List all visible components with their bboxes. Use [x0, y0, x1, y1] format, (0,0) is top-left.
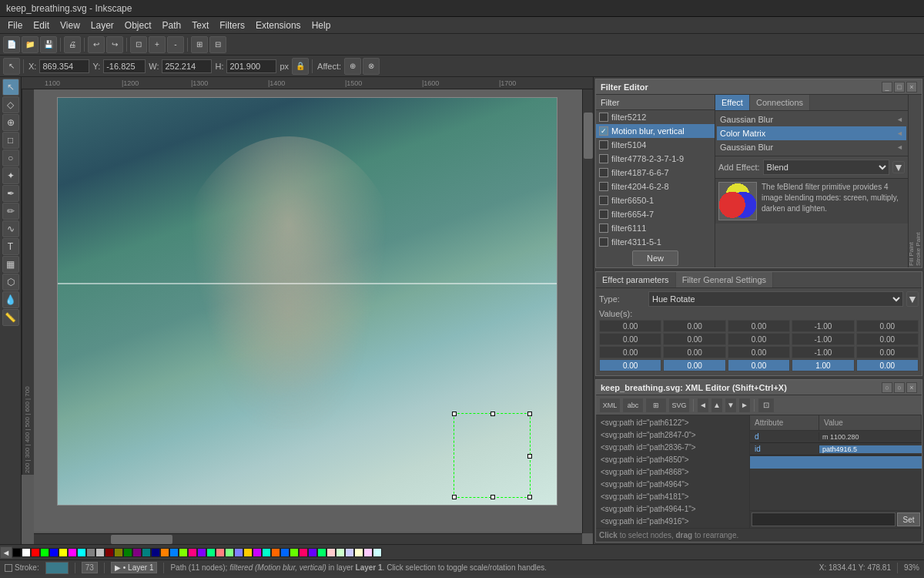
filter-editor-maximize[interactable]: □ — [894, 82, 905, 92]
effect-item-2[interactable]: Gaussian Blur ◄ — [717, 140, 906, 154]
new-filter-button[interactable]: New — [632, 250, 678, 266]
measure-tool[interactable]: 📏 — [2, 309, 19, 326]
text-tool[interactable]: T — [2, 238, 19, 255]
xml-nav-parent[interactable]: ▲ — [711, 398, 723, 413]
palette-swatch[interactable] — [308, 548, 317, 557]
save-btn[interactable]: 💾 — [40, 36, 57, 53]
canvas-hscroll[interactable] — [34, 533, 582, 544]
filter-check-4[interactable] — [599, 168, 608, 177]
filter-check-3[interactable] — [599, 154, 608, 163]
effect-item-0[interactable]: Gaussian Blur ◄ — [717, 113, 906, 126]
filter-item-8[interactable]: filter6111 — [596, 221, 715, 235]
handle-tr[interactable] — [527, 412, 532, 416]
xml-new-text[interactable]: abc — [622, 398, 644, 413]
palette-swatch[interactable] — [22, 548, 31, 557]
palette-swatch[interactable] — [151, 548, 160, 557]
menu-view[interactable]: View — [55, 18, 85, 32]
filter-item-1[interactable]: Motion blur, vertical — [596, 124, 715, 138]
add-effect-select[interactable]: Blend Color Matrix Gaussian Blur Composi… — [763, 160, 889, 175]
xml-new-node[interactable]: XML — [599, 398, 621, 413]
y-input[interactable] — [103, 59, 146, 73]
xml-tree[interactable]: <svg:path id="path6122"> <svg:path id="p… — [596, 415, 750, 528]
group-btn[interactable]: ⊞ — [191, 36, 208, 53]
palette-swatch[interactable] — [354, 548, 363, 557]
palette-swatch[interactable] — [253, 548, 262, 557]
palette-swatch[interactable] — [179, 548, 188, 557]
filter-check-6[interactable] — [599, 196, 608, 205]
filter-item-0[interactable]: filter5212 — [596, 110, 715, 124]
filter-check-1[interactable] — [599, 126, 608, 136]
handle-bl[interactable] — [452, 495, 457, 499]
tab-effect[interactable]: Effect — [715, 95, 750, 110]
palette-swatch[interactable] — [234, 548, 243, 557]
palette-swatch[interactable] — [299, 548, 308, 557]
palette-swatch[interactable] — [68, 548, 77, 557]
lock-aspect-btn[interactable]: 🔒 — [292, 58, 309, 75]
palette-swatch[interactable] — [142, 548, 151, 557]
xml-node-5[interactable]: <svg:path id="path4964"> — [598, 479, 748, 491]
handle-mr[interactable] — [527, 454, 532, 459]
xml-node-7[interactable]: <svg:path id="path4964-1"> — [598, 503, 748, 516]
callig-tool[interactable]: ∿ — [2, 220, 19, 237]
handle-br[interactable] — [527, 495, 532, 499]
filter-item-7[interactable]: filter6654-7 — [596, 207, 715, 221]
type-select[interactable]: Hue Rotate Saturate Matrix Luminance to … — [648, 291, 903, 307]
filter-item-6[interactable]: filter6650-1 — [596, 193, 715, 207]
palette-swatch[interactable] — [95, 548, 105, 557]
filter-check-0[interactable] — [599, 113, 608, 122]
menu-text[interactable]: Text — [187, 18, 213, 32]
xml-editor-close[interactable]: × — [906, 382, 917, 393]
xml-node-4[interactable]: <svg:path id="path4868"> — [598, 466, 748, 479]
ungroup-btn[interactable]: ⊟ — [209, 36, 226, 53]
pencil-tool[interactable]: ✏ — [2, 203, 19, 220]
filter-editor-minimize[interactable]: _ — [882, 82, 892, 92]
type-dropdown-icon[interactable]: ▼ — [906, 291, 919, 307]
palette-swatch[interactable] — [345, 548, 354, 557]
ep-tab-params[interactable]: Effect parameters — [596, 272, 676, 287]
xml-nav-child[interactable]: ▼ — [725, 398, 737, 413]
palette-swatch[interactable] — [31, 548, 40, 557]
menu-object[interactable]: Object — [120, 18, 156, 32]
menu-file[interactable]: File — [3, 18, 27, 32]
palette-swatch[interactable] — [280, 548, 290, 557]
xml-node-2[interactable]: <svg:path id="path2836-7"> — [598, 442, 748, 454]
palette-swatch[interactable] — [216, 548, 225, 557]
filter-item-3[interactable]: filter4778-2-3-7-1-9 — [596, 152, 715, 166]
canvas-area[interactable]: 1100 |1200 |1300 |1400 |1500 |1600 |1700… — [22, 77, 593, 544]
palette-swatch[interactable] — [262, 548, 271, 557]
canvas-content[interactable] — [34, 89, 593, 532]
filter-check-2[interactable] — [599, 140, 608, 150]
gradient-tool[interactable]: ▦ — [2, 256, 19, 273]
palette-swatch[interactable] — [373, 548, 382, 557]
handle-bm[interactable] — [490, 495, 495, 499]
palette-swatch[interactable] — [326, 548, 336, 557]
rect-tool[interactable]: □ — [2, 132, 19, 149]
palette-scroll-left[interactable]: ◄ — [0, 546, 12, 559]
xml-nav-next[interactable]: ► — [738, 398, 751, 413]
filter-check-7[interactable] — [599, 210, 608, 219]
zoom-fit-btn[interactable]: ⊡ — [130, 36, 147, 53]
fill-color-swatch[interactable] — [45, 562, 69, 574]
menu-edit[interactable]: Edit — [28, 18, 54, 32]
new-btn[interactable]: 📄 — [3, 36, 20, 53]
palette-swatch[interactable] — [40, 548, 49, 557]
xml-set-button[interactable]: Set — [897, 512, 920, 526]
palette-swatch[interactable] — [160, 548, 169, 557]
menu-extensions[interactable]: Extensions — [251, 18, 306, 32]
filter-item-9[interactable]: filter4311-5-1 — [596, 235, 715, 249]
pen-tool[interactable]: ✒ — [2, 185, 19, 202]
palette-swatch[interactable] — [188, 548, 197, 557]
palette-swatch[interactable] — [206, 548, 216, 557]
affect-btn1[interactable]: ⊕ — [344, 58, 361, 75]
palette-swatch[interactable] — [49, 548, 59, 557]
redo-btn[interactable]: ↪ — [106, 36, 123, 53]
star-tool[interactable]: ✦ — [2, 167, 19, 184]
handle-tm[interactable] — [490, 412, 495, 416]
xml-duplicate[interactable]: ⊞ — [645, 398, 667, 413]
menu-layer[interactable]: Layer — [86, 18, 119, 32]
xml-node-8[interactable]: <svg:path id="path4916"> — [598, 516, 748, 528]
zoom-tool[interactable]: ⊕ — [2, 114, 19, 131]
effect-item-1[interactable]: Color Matrix ◄ — [717, 126, 906, 140]
node-tool[interactable]: ◇ — [2, 96, 19, 113]
ep-tab-general[interactable]: Filter General Settings — [676, 272, 773, 287]
